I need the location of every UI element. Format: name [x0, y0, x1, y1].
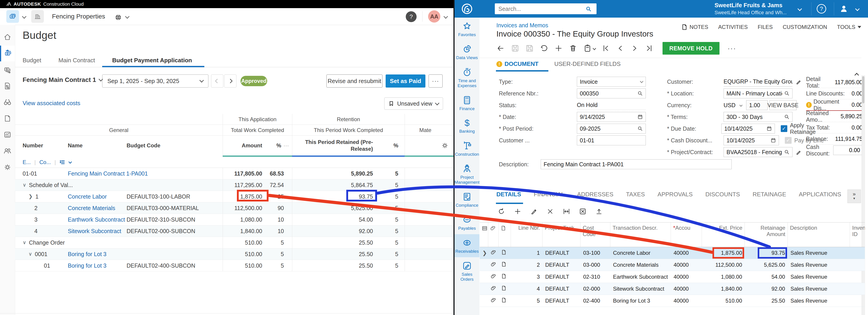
tools-link[interactable]: TOOLS: [837, 24, 861, 30]
note-icon[interactable]: [501, 286, 506, 291]
first-record-icon[interactable]: [601, 44, 610, 53]
attachment-icon[interactable]: [491, 274, 496, 279]
row-name-link[interactable]: Sitework Subcontract: [68, 228, 127, 235]
apply-retainage-checkbox[interactable]: ✓: [781, 125, 787, 132]
copy-paste-button[interactable]: [583, 44, 596, 53]
table-row[interactable]: 3 Earthwork Subcontract DEFAULT02-310-SU…: [15, 214, 454, 225]
edit-pencil-icon[interactable]: [796, 149, 802, 155]
lookup-icon[interactable]: [638, 91, 643, 96]
sidebar-item-payment-applications[interactable]: [0, 45, 15, 61]
sidebar-item-finance[interactable]: Finance: [455, 92, 479, 115]
table-row[interactable]: 2 Concrete Materials DEFAULT03-000-MATER…: [15, 202, 454, 214]
help-button[interactable]: ?: [817, 4, 826, 13]
previous-period-button[interactable]: [211, 74, 223, 88]
fit-columns-icon[interactable]: [563, 208, 570, 215]
sidebar-item-files[interactable]: [0, 78, 15, 94]
project-caret-icon[interactable]: [125, 14, 129, 19]
add-row-icon[interactable]: [514, 208, 522, 215]
grid-row[interactable]: 4 DEFAULT 02-000 Sitework Subcontract 40…: [480, 283, 865, 295]
cash-discount-input[interactable]: [833, 145, 863, 155]
tab-main-contract[interactable]: Main Contract: [58, 57, 95, 64]
next-record-icon[interactable]: [630, 44, 639, 53]
sidebar-item-members[interactable]: [0, 143, 15, 159]
chevron-down-icon[interactable]: [68, 160, 72, 164]
user-icon[interactable]: [839, 4, 849, 13]
tab-addresses[interactable]: ADDRESSES: [577, 191, 613, 198]
row-name-link[interactable]: Boring for Lot 3: [68, 251, 223, 257]
view-base-button[interactable]: VIEW BASE: [770, 100, 797, 110]
export-excel-icon[interactable]: [579, 208, 587, 215]
pay-by-line-checkbox[interactable]: ✓: [785, 137, 792, 144]
tab-applications[interactable]: APPLICATIONS: [799, 191, 841, 198]
note-icon[interactable]: [501, 298, 506, 303]
attachment-icon[interactable]: [491, 250, 496, 255]
lookup-icon[interactable]: [784, 149, 789, 155]
attachment-icon[interactable]: [491, 298, 496, 303]
calendar-icon[interactable]: [638, 114, 643, 119]
table-row[interactable]: ❯1 Concrete Labor DEFAULT03-100-LABOR 1,…: [15, 191, 454, 202]
edit-pencil-icon[interactable]: [796, 79, 802, 84]
currency-field[interactable]: USD: [723, 102, 740, 109]
undo-icon[interactable]: [540, 44, 548, 53]
grid-row[interactable]: 2 DEFAULT 03-000 Concrete Materials 4000…: [480, 259, 865, 271]
project-name[interactable]: Fencing Properties: [52, 13, 105, 20]
customer-order-field[interactable]: 01-01: [577, 135, 646, 145]
project-contract-field[interactable]: BVAA25018 - Fencing Properties: [723, 147, 793, 157]
cash-discount-date-field[interactable]: 10/14/2025: [723, 135, 779, 145]
back-icon[interactable]: [496, 44, 505, 53]
row-name-link[interactable]: Concrete Labor: [68, 194, 127, 200]
table-row[interactable]: 4 Sitework Subcontract DEFAULT02-000-SUB…: [15, 225, 454, 237]
note-icon[interactable]: [501, 262, 506, 267]
activities-link[interactable]: ACTIVITIES: [718, 24, 748, 30]
add-icon[interactable]: [554, 44, 563, 53]
breadcrumb[interactable]: Invoices and Memos: [496, 22, 548, 29]
edit-row-icon[interactable]: [530, 208, 538, 215]
table-group-row[interactable]: ∨Schedule of Val... 117,295.00 72.54 5,8…: [15, 179, 454, 191]
app-switcher-caret-icon[interactable]: [22, 14, 26, 19]
column-settings-gear-icon[interactable]: [441, 142, 448, 149]
tab-user-defined-fields[interactable]: USER-DEFINED FIELDS: [554, 61, 620, 67]
expand-link[interactable]: E...: [23, 159, 31, 165]
sidebar-item-home[interactable]: [0, 29, 15, 45]
sidebar-item-reviews[interactable]: [0, 94, 15, 110]
collapse-link[interactable]: Co...: [39, 159, 51, 165]
last-record-icon[interactable]: [645, 44, 653, 53]
sidebar-item-cost[interactable]: [0, 62, 15, 78]
tab-discounts[interactable]: DISCOUNTS: [705, 191, 740, 198]
table-row[interactable]: 01-01 Fencing Main Contract 1-PA001 117,…: [15, 168, 454, 179]
toolbar-more-button[interactable]: ···: [727, 44, 737, 52]
chevron-right-icon[interactable]: ❯: [29, 194, 33, 200]
tab-budget[interactable]: Budget: [23, 57, 41, 64]
terms-field[interactable]: 30D - 30 Days: [723, 112, 793, 122]
period-select[interactable]: Sep 1, 2025 - Sep 30, 2025: [102, 74, 209, 88]
contract-selector[interactable]: Fencing Main Contract 1: [23, 76, 102, 83]
avatar[interactable]: AA: [428, 10, 440, 23]
attachment-icon[interactable]: [491, 286, 496, 291]
calendar-icon[interactable]: [767, 126, 772, 131]
tab-retainage[interactable]: RETAINAGE: [753, 191, 786, 198]
lookup-icon[interactable]: [638, 126, 643, 131]
table-row[interactable]: ∨0001 Boring for Lot 3 510.00 5 25.50 5: [15, 248, 454, 260]
attachment-icon[interactable]: [491, 262, 496, 267]
view-associated-costs-link[interactable]: View associated costs: [23, 100, 80, 107]
tab-taxes[interactable]: TAXES: [626, 191, 645, 198]
scrollbar-thumb[interactable]: [862, 76, 864, 103]
tab-document[interactable]: !DOCUMENT: [496, 61, 538, 67]
type-select[interactable]: Invoice: [577, 77, 646, 86]
lookup-icon[interactable]: [784, 91, 789, 96]
row-settings-icon[interactable]: [482, 225, 487, 231]
sidebar-item-compliance[interactable]: Compliance: [455, 188, 479, 211]
app-switcher-button[interactable]: [6, 10, 19, 23]
delete-row-icon[interactable]: [546, 208, 554, 215]
sidebar-item-favorites[interactable]: Favorites: [455, 18, 479, 41]
sidebar-item-receivables[interactable]: Receivables: [455, 234, 479, 257]
tab-details[interactable]: DETAILS: [496, 191, 521, 198]
grid-row[interactable]: 5 DEFAULT 02-400 Boring for Lot 3 40000 …: [480, 295, 865, 307]
user-caret-icon[interactable]: [855, 6, 860, 11]
save-icon[interactable]: [525, 44, 534, 53]
sidebar-item-construction[interactable]: Construction: [455, 137, 479, 160]
tab-budget-payment-application[interactable]: Budget Payment Application: [112, 57, 192, 64]
project-icon-tile[interactable]: [31, 10, 44, 23]
list-order-icon[interactable]: [59, 159, 65, 165]
previous-record-icon[interactable]: [616, 44, 625, 53]
